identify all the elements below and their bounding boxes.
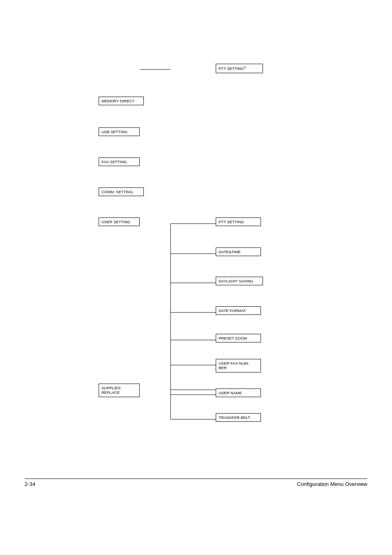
- footer-line: [25, 479, 367, 479]
- box-comm-setting: COMM. SETTING: [99, 187, 144, 196]
- connector-lines: [99, 64, 304, 434]
- box-supplies-replace: SUPPLIESREPLACE: [99, 384, 140, 397]
- label-user-fax-number: USER FAX NUM-BER: [219, 361, 249, 370]
- label-domain-name: PTT SETTING: [219, 66, 244, 71]
- box-ptt-setting: PTT SETTING: [216, 217, 261, 226]
- box-user-setting: USER SETTING: [99, 217, 140, 226]
- label-preset-zoom: PRESET ZOOM: [219, 336, 247, 340]
- label-memory-direct: MEMORY DIRECT: [101, 99, 134, 103]
- label-user-name: USER NAME: [219, 391, 242, 395]
- box-date-time: DATE&TIME: [216, 247, 261, 256]
- box-memory-direct: MEMORY DIRECT: [99, 97, 144, 105]
- page: PTT SETTINGS MEMORY DIRECT USB SETTING F…: [0, 0, 392, 555]
- box-user-fax-number: USER FAX NUM-BER: [216, 359, 261, 372]
- footer-title: Configuration Menu Overview: [297, 481, 367, 487]
- box-preset-zoom: PRESET ZOOM: [216, 334, 261, 342]
- box-date-format: DATE FORMAT: [216, 306, 261, 315]
- label-fax-setting: FAX SETTING: [101, 160, 127, 164]
- label-user-setting: USER SETTING: [101, 220, 130, 224]
- label-supplies-replace: SUPPLIESREPLACE: [101, 386, 120, 395]
- label-ptt-setting: PTT SETTING: [219, 220, 244, 224]
- label-transfer-belt: TRANSFER BELT: [219, 415, 250, 420]
- box-user-name: USER NAME: [216, 388, 261, 397]
- label-date-format: DATE FORMAT: [219, 308, 246, 313]
- label-comm-setting: COMM. SETTING: [101, 190, 133, 194]
- label-date-time: DATE&TIME: [219, 250, 241, 254]
- label-usb-setting: USB SETTING: [101, 130, 127, 134]
- box-daylight-saving: DAYLIGHT SAVING: [216, 277, 263, 285]
- box-usb-setting: USB SETTING: [99, 127, 140, 136]
- label-daylight-saving: DAYLIGHT SAVING: [219, 279, 253, 283]
- box-fax-setting: FAX SETTING: [99, 157, 140, 166]
- footer-page-number: 2-34: [25, 481, 35, 487]
- diagram-container: PTT SETTINGS MEMORY DIRECT USB SETTING F…: [99, 64, 304, 434]
- box-transfer-belt: TRANSFER BELT: [216, 413, 261, 422]
- box-domain-name: PTT SETTINGS: [216, 64, 263, 73]
